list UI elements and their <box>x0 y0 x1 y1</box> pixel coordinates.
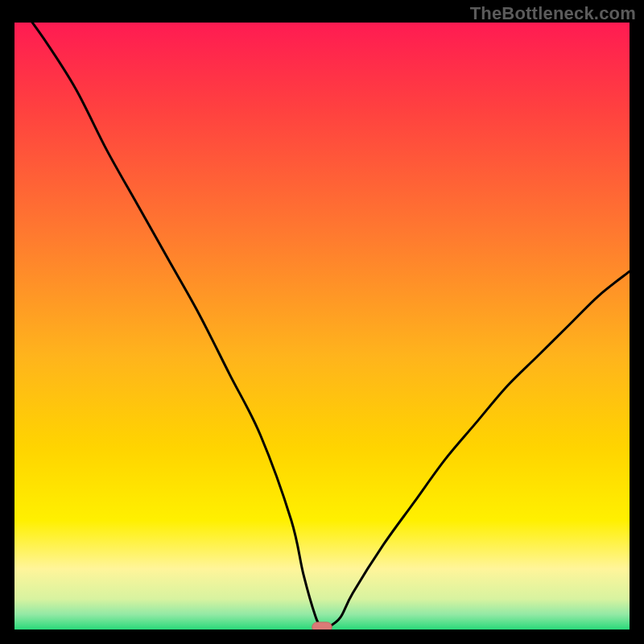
chart-svg <box>14 23 630 630</box>
plot-area <box>14 23 630 630</box>
watermark-text: TheBottleneck.com <box>470 3 636 24</box>
chart-frame: TheBottleneck.com <box>0 0 644 644</box>
gradient-rect <box>14 23 630 630</box>
optimum-marker <box>312 622 332 630</box>
